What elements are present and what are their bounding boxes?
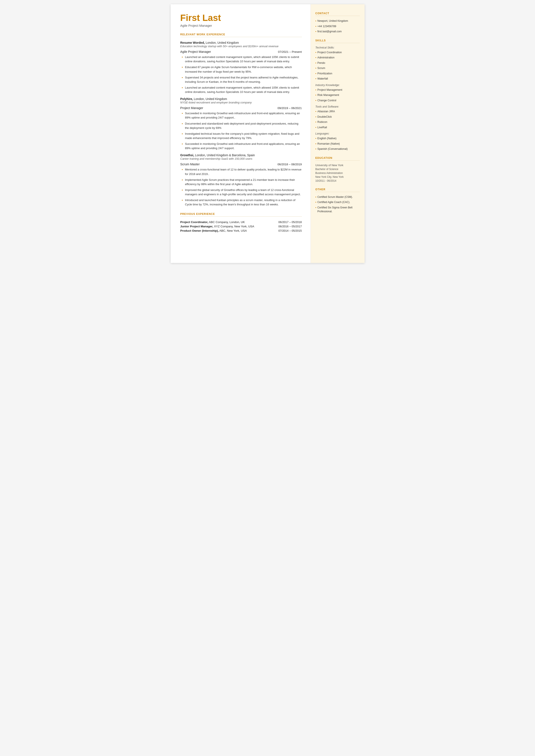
company-1-name: Resume Worded, London, United Kingdom [180, 41, 302, 44]
skill-waterfall: Waterfall [316, 77, 360, 81]
bullet: Documented and standardized web deployme… [185, 121, 302, 130]
edu-dates: 10/2011 - 06/2014 [316, 179, 360, 183]
prev-exp-2-title: Junior Project Manager, XYZ Company, New… [180, 225, 254, 228]
bullet: Investigated technical issues for the co… [185, 131, 302, 140]
company-3-tagline: Career training and membership SaaS with… [180, 157, 302, 160]
bullet: Implemented Agile Scrum practices that e… [185, 178, 302, 186]
lang-spanish: Spanish (Conversational) [316, 147, 360, 151]
job-1-row: Agile Project Manager 07/2021 – Present [180, 50, 302, 53]
resume-document: First Last Agile Project Manager RELEVAN… [171, 4, 365, 263]
bullet: Succeeded in monitoring Growthsi web inf… [185, 142, 302, 151]
skill-risk-management: Risk Management [316, 93, 360, 98]
company-1-tagline: Education technology startup with 50+ em… [180, 44, 302, 48]
prev-exp-2: Junior Project Manager, XYZ Company, New… [180, 225, 302, 228]
company-2-tagline: NYSE-listed recruitment and employer bra… [180, 101, 302, 104]
prev-exp-3-title: Product Owner (Internship), ABC, New Yor… [180, 229, 247, 232]
contact-email: first.last@gmail.com [316, 30, 360, 34]
job-1-dates: 07/2021 – Present [278, 50, 302, 53]
contact-location: Newport, United Kingdom [316, 19, 360, 23]
skill-pendo: Pendo [316, 61, 360, 65]
tool-rubicon: Rubicon [316, 120, 360, 124]
lang-english: English (Native) [316, 136, 360, 141]
prev-exp-1-title: Project Coordinator, ABC Company, London… [180, 220, 245, 224]
prev-exp-3-dates: 07/2014 – 05/2015 [278, 229, 302, 232]
bullet: Mentored a cross-functional team of 12 t… [185, 167, 302, 176]
languages-label: Languages: [316, 132, 360, 135]
job-2-row: Project Manager 09/2019 – 06/2021 [180, 106, 302, 110]
contact-list: Newport, United Kingdom +44 123456789 fi… [316, 19, 360, 34]
name: First Last [180, 13, 302, 23]
tool-liverail: LiveRail [316, 126, 360, 130]
job-1: Resume Worded, London, United Kingdom Ed… [180, 41, 302, 94]
job-title-header: Agile Project Manager [180, 24, 302, 27]
skill-scrum: Scrum [316, 66, 360, 70]
other-header: OTHER [316, 188, 360, 192]
prev-exp-2-dates: 06/2016 – 05/2017 [278, 225, 302, 228]
other-list: Certified Scrum Master (CSM). Certified … [316, 195, 360, 213]
job-2-bullets: Succeeded in monitoring Growthsi web inf… [180, 111, 302, 151]
bullet: Succeeded in monitoring Growthsi web inf… [185, 111, 302, 120]
edu-degree: Bachelor of Science [316, 167, 360, 171]
relevant-work-header: RELEVANT WORK EXPERIENCE [180, 33, 302, 37]
bullet: Improved the global security of Growthsi… [185, 188, 302, 197]
job-1-bullets: Launched an automated content management… [180, 55, 302, 94]
bullet: Launched an automated content management… [185, 55, 302, 64]
industry-skills-label: Industry Knowledge: [316, 84, 360, 87]
prev-exp-list: Project Coordinator, ABC Company, London… [180, 220, 302, 232]
skill-change-control: Change Control [316, 98, 360, 103]
cert-agile: Certified Agile Coach (CAC). [316, 200, 360, 205]
skill-prioritization: Prioritization [316, 71, 360, 76]
education-header: EDUCATION [316, 156, 360, 160]
sidebar: CONTACT Newport, United Kingdom +44 1234… [311, 4, 365, 263]
technical-skills-list: Project Coordination Administration Pend… [316, 50, 360, 81]
bullet: Introduced and launched Kanban principle… [185, 198, 302, 207]
job-3-dates: 06/2018 – 08/2019 [277, 163, 302, 166]
edu-university: University of New York [316, 164, 360, 167]
tool-jira: Atlassian JIRA [316, 109, 360, 114]
tools-label: Tools and Software: [316, 105, 360, 108]
languages-list: English (Native) Romanian (Native) Spani… [316, 136, 360, 151]
job-2-dates: 09/2019 – 06/2021 [277, 106, 302, 110]
contact-phone: +44 123456789 [316, 24, 360, 29]
industry-skills-list: Project Management Risk Management Chang… [316, 88, 360, 103]
bullet: Educated 87 people on Agile Scrum fundam… [185, 65, 302, 74]
skills-header: SKILLS [316, 39, 360, 43]
skill-administration: Administration [316, 56, 360, 60]
cert-scrum: Certified Scrum Master (CSM). [316, 195, 360, 199]
job-2-title: Project Manager [180, 106, 203, 110]
edu-location: New York City, New York [316, 175, 360, 179]
lang-romanian: Romanian (Native) [316, 142, 360, 146]
edu-field: Business Administration [316, 171, 360, 175]
main-column: First Last Agile Project Manager RELEVAN… [171, 4, 311, 263]
bullet: Launched an automated content management… [185, 85, 302, 94]
tool-doubleclick: DoubleClick [316, 115, 360, 119]
job-3-title: Scrum Master [180, 162, 200, 166]
skill-project-coordination: Project Coordination [316, 50, 360, 55]
job-1-title: Agile Project Manager [180, 50, 211, 53]
prev-exp-3: Product Owner (Internship), ABC, New Yor… [180, 229, 302, 232]
technical-skills-label: Technical Skills: [316, 46, 360, 49]
cert-sixsigma: Certified Six Sigma Green Belt Professio… [316, 206, 360, 213]
job-2: Polyhire, London, United Kingdom NYSE-li… [180, 97, 302, 151]
prev-exp-1-dates: 06/2017 – 05/2018 [278, 220, 302, 224]
tools-list: Atlassian JIRA DoubleClick Rubicon LiveR… [316, 109, 360, 129]
education-block: University of New York Bachelor of Scien… [316, 164, 360, 183]
contact-header: CONTACT [316, 12, 360, 16]
prev-exp-1: Project Coordinator, ABC Company, London… [180, 220, 302, 224]
bullet: Supervised 34 projects and ensured that … [185, 75, 302, 84]
skill-project-management: Project Management [316, 88, 360, 92]
company-2-name: Polyhire, London, United Kingdom [180, 97, 302, 101]
previous-exp-header: PREVIOUS EXPERIENCE [180, 212, 302, 216]
job-3-bullets: Mentored a cross-functional team of 12 t… [180, 167, 302, 207]
company-3-name: Growthsi, London, United Kingdom & Barce… [180, 154, 302, 157]
job-3: Growthsi, London, United Kingdom & Barce… [180, 154, 302, 207]
job-3-row: Scrum Master 06/2018 – 08/2019 [180, 162, 302, 166]
